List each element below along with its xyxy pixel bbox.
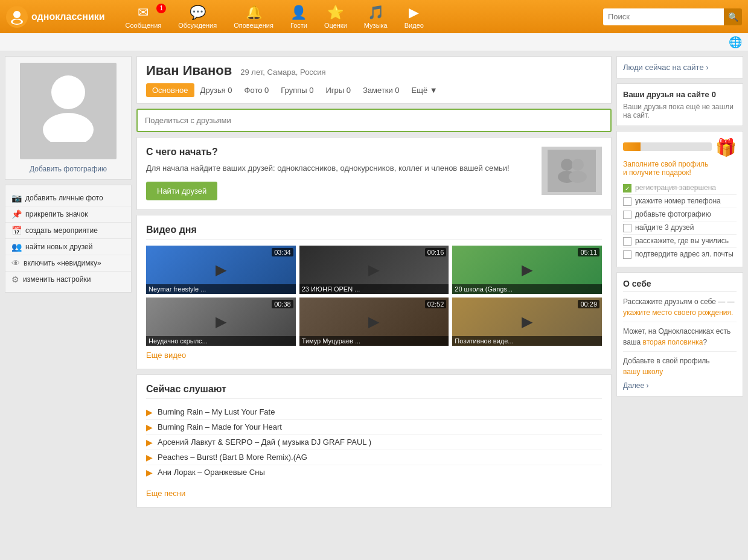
- nav-video[interactable]: ▶ Видео: [396, 2, 432, 31]
- checklist-registration-label: регистрация завершена: [635, 183, 716, 192]
- video-section: Видео дня ▶ 03:34 Neymar freestyle ... ▶…: [136, 215, 612, 369]
- pin-icon: 📌: [11, 209, 22, 219]
- video-item-6[interactable]: ▶ 00:29 Позитивное виде...: [452, 298, 602, 346]
- video-icon: ▶: [409, 5, 419, 21]
- avatar-image: [20, 63, 117, 159]
- add-photo-link[interactable]: Добавить фотографию: [30, 165, 107, 173]
- about-birthplace-link[interactable]: укажите место своего рождения.: [623, 308, 733, 317]
- video-duration-5: 02:52: [425, 300, 447, 308]
- profile-nav-friends[interactable]: Друзья 0: [194, 83, 238, 97]
- video-duration-4: 00:38: [272, 300, 293, 308]
- profile-nav-notes[interactable]: Заметки 0: [357, 83, 406, 97]
- sidebar-invisible[interactable]: 👁 включить «невидимку»: [5, 255, 131, 272]
- check-phone: [623, 197, 631, 206]
- music-item-2[interactable]: ▶ Burning Rain – Made for Your Heart: [146, 420, 602, 435]
- sidebar-find-friends[interactable]: 👥 найти новых друзей: [5, 239, 131, 255]
- profile-header: Иван Иванов 29 лет, Самара, Россия Основ…: [136, 56, 612, 104]
- people-online-block: Люди сейчас на сайте ›: [616, 56, 743, 78]
- globe-icon[interactable]: 🌐: [729, 36, 742, 49]
- sidebar-invisible-label: включить «невидимку»: [24, 259, 101, 267]
- nav-guests[interactable]: 👤 Гости: [282, 2, 316, 31]
- checklist-photo: добавьте фотографию: [623, 208, 737, 221]
- nav-items: ✉ Сообщения 1 💬 Обсуждения 🔔 Оповещения …: [117, 2, 603, 31]
- about-school-link[interactable]: вашу школу: [623, 368, 663, 376]
- music-text-4: Peaches – Burst! (Bart B More Remix).(AG: [158, 453, 307, 462]
- sidebar-add-photo[interactable]: 📷 добавить личные фото: [5, 190, 131, 206]
- video-duration-3: 05:11: [578, 248, 599, 256]
- sidebar-pin-badge[interactable]: 📌 прикрепить значок: [5, 206, 131, 223]
- checklist-photo-label: добавьте фотографию: [635, 210, 711, 218]
- share-input[interactable]: [138, 110, 610, 131]
- search-input[interactable]: [603, 8, 724, 25]
- people-icon: 👥: [11, 242, 22, 252]
- logo-area[interactable]: одноклассники: [6, 6, 105, 28]
- progress-gift: 🎁: [623, 138, 737, 158]
- check-photo: [623, 211, 631, 219]
- music-item-3[interactable]: ▶ Арсений Лавкут & SERPO – Дай ( музыка …: [146, 435, 602, 450]
- about-text-2: Может, на Одноклассниках есть ваша втора…: [623, 326, 737, 348]
- svg-point-0: [13, 11, 21, 18]
- about-text-1: Расскажите друзьям о себе — — укажите ме…: [623, 296, 737, 318]
- more-video-link[interactable]: Еще видео: [146, 351, 186, 360]
- friends-online-block: Ваши друзья на сайте 0 Ваши друзья пока …: [616, 83, 743, 126]
- checklist-where-studied: расскажите, где вы учились: [623, 235, 737, 248]
- profile-nav-groups[interactable]: Группы 0: [275, 83, 319, 97]
- svg-point-8: [569, 171, 587, 183]
- profile-nav-games[interactable]: Игры 0: [319, 83, 357, 97]
- search-button[interactable]: 🔍: [724, 8, 742, 25]
- music-item-5[interactable]: ▶ Ани Лорак – Оранжевые Сны: [146, 465, 602, 480]
- progress-text[interactable]: Заполните свой профиль и получите подаро…: [623, 160, 737, 177]
- sidebar-menu: 📷 добавить личные фото 📌 прикрепить знач…: [5, 185, 132, 293]
- video-item-2[interactable]: ▶ 00:16 23 ИЮНЯ OPEN ...: [299, 246, 449, 294]
- music-section: Сейчас слушают ▶ Burning Rain – My Lust …: [136, 374, 612, 508]
- messages-icon: ✉: [138, 5, 149, 21]
- search-area: 🔍: [603, 8, 742, 25]
- video-title-1: Neymar freestyle ...: [146, 284, 296, 294]
- right-sidebar: Люди сейчас на сайте › Ваши друзья на са…: [616, 56, 743, 512]
- music-text-5: Ани Лорак – Оранжевые Сны: [158, 468, 265, 477]
- profile-nav-more[interactable]: Ещё ▼: [406, 83, 444, 97]
- messages-badge: 1: [156, 4, 166, 13]
- notifications-label: Оповещения: [234, 22, 273, 29]
- svg-point-2: [13, 19, 21, 24]
- people-online-link[interactable]: Люди сейчас на сайте ›: [623, 63, 709, 72]
- profile-nav: Основное Друзья 0 Фото 0 Группы 0 Игры 0…: [146, 83, 602, 97]
- start-section: С чего начать? Для начала найдите ваших …: [136, 137, 612, 210]
- more-about-link[interactable]: Далее ›: [623, 381, 648, 390]
- nav-ratings[interactable]: ⭐ Оценки: [316, 2, 356, 31]
- find-friends-button[interactable]: Найти друзей: [146, 182, 217, 200]
- profile-nav-photos[interactable]: Фото 0: [238, 83, 275, 97]
- logo-text: одноклассники: [31, 11, 105, 22]
- guests-icon: 👤: [290, 5, 307, 21]
- about-partner-link[interactable]: вторая половинка: [643, 338, 703, 346]
- music-item-4[interactable]: ▶ Peaches – Burst! (Bart B More Remix).(…: [146, 450, 602, 465]
- sidebar-create-event[interactable]: 📅 создать мероприятие: [5, 223, 131, 239]
- video-item-1[interactable]: ▶ 03:34 Neymar freestyle ...: [146, 246, 296, 294]
- avatar-box: Добавить фотографию: [5, 56, 132, 180]
- sidebar-settings[interactable]: ⚙ изменить настройки: [5, 272, 131, 287]
- profile-nav-main[interactable]: Основное: [146, 83, 194, 97]
- nav-notifications[interactable]: 🔔 Оповещения: [225, 2, 282, 31]
- checklist-email: подтвердите адрес эл. почты: [623, 248, 737, 261]
- sidebar-create-event-label: создать мероприятие: [25, 226, 98, 235]
- page-wrapper: Добавить фотографию 📷 добавить личные фо…: [0, 51, 748, 517]
- video-item-3[interactable]: ▶ 05:11 20 школа (Gangs...: [452, 246, 602, 294]
- video-item-4[interactable]: ▶ 00:38 Неудачно скрылс...: [146, 298, 296, 346]
- profile-age-location: 29 лет, Самара, Россия: [240, 68, 325, 77]
- video-duration-2: 00:16: [425, 248, 447, 256]
- music-icon: 🎵: [368, 5, 384, 21]
- nav-music[interactable]: 🎵 Музыка: [356, 2, 396, 31]
- sidebar-settings-label: изменить настройки: [23, 275, 91, 284]
- nav-discussions[interactable]: 💬 Обсуждения: [170, 2, 225, 31]
- video-grid: ▶ 03:34 Neymar freestyle ... ▶ 00:16 23 …: [146, 246, 602, 346]
- main-content: Иван Иванов 29 лет, Самара, Россия Основ…: [132, 56, 616, 512]
- music-item-1[interactable]: ▶ Burning Rain – My Lust Your Fate: [146, 405, 602, 420]
- more-music-link[interactable]: Еще песни: [146, 489, 185, 498]
- sidebar-add-photo-label: добавить личные фото: [25, 194, 103, 202]
- start-image-inner: [548, 150, 596, 192]
- video-item-5[interactable]: ▶ 02:52 Тимур Муцураев ...: [299, 298, 449, 346]
- nav-messages[interactable]: ✉ Сообщения 1: [117, 2, 170, 31]
- settings-icon: ⚙: [11, 275, 19, 284]
- play-icon-2: ▶: [146, 422, 153, 432]
- play-icon-3: ▶: [146, 438, 153, 447]
